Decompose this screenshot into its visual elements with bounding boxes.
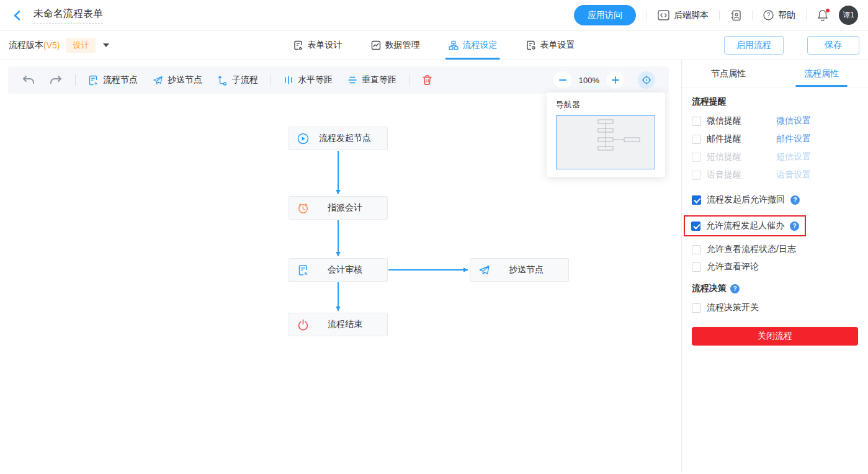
vertical-spacing-button[interactable]: 垂直等距: [347, 74, 396, 86]
decision-switch-checkbox[interactable]: [692, 303, 701, 313]
backend-script-button[interactable]: 后端脚本: [658, 10, 709, 21]
flow-canvas[interactable]: 流程节点 抄送节点 子流程 水平等距: [0, 60, 682, 473]
back-icon[interactable]: [10, 8, 25, 23]
option-label: 允许流程发起人催办: [706, 220, 784, 231]
flow-node-label: 流程节点: [103, 74, 138, 86]
avatar[interactable]: 谭1: [839, 6, 858, 25]
enable-flow-button[interactable]: 启用流程: [724, 36, 784, 55]
node-label: 指派会计: [309, 202, 381, 213]
reminder-label: 微信提醒: [707, 115, 776, 127]
tab-flow-settings[interactable]: 流程设定: [449, 31, 498, 60]
highlighted-option-box: 允许流程发起人催办 ?: [684, 215, 806, 236]
help-icon[interactable]: ?: [730, 284, 740, 293]
navigator-panel: 导航器: [547, 92, 665, 177]
flow-reminder-section-title: 流程提醒: [692, 96, 858, 107]
delete-trash-icon[interactable]: [422, 74, 432, 86]
undo-icon[interactable]: [22, 74, 35, 86]
navigator-minimap[interactable]: [556, 115, 655, 169]
vertical-spacing-icon: [347, 75, 357, 85]
zoom-in-button[interactable]: [607, 71, 624, 89]
node-label: 流程发起节点: [309, 133, 381, 144]
divider: [647, 11, 647, 20]
add-flow-node-button[interactable]: 流程节点: [88, 74, 138, 86]
tab-form-design[interactable]: 表单设计: [293, 31, 342, 60]
tab-form-settings[interactable]: 表单设置: [526, 31, 575, 60]
help-icon[interactable]: ?: [790, 221, 799, 231]
view-status-log-checkbox[interactable]: [692, 245, 701, 254]
reminder-row-sms: 短信提醒 短信设置: [692, 148, 858, 166]
option-allow-withdraw: 流程发起后允许撤回 ?: [692, 191, 858, 208]
tab-flow-properties[interactable]: 流程属性: [775, 60, 868, 87]
divider: [271, 74, 271, 86]
add-subflow-button[interactable]: 子流程: [217, 74, 258, 86]
help-icon[interactable]: ?: [790, 195, 800, 205]
node-flow-start[interactable]: 流程发起节点: [289, 127, 388, 150]
divider: [719, 11, 720, 20]
sidebar-tabs: 节点属性 流程属性: [682, 60, 868, 87]
close-flow-button[interactable]: 关闭流程: [692, 327, 858, 346]
properties-sidebar: 节点属性 流程属性 流程提醒 微信提醒 微信设置 邮件提醒 邮件设置 短信提醒 …: [682, 60, 868, 473]
option-allow-urge: 允许流程发起人催办 ?: [691, 219, 799, 233]
horizontal-spacing-button[interactable]: 水平等距: [284, 74, 333, 86]
email-reminder-checkbox[interactable]: [692, 135, 701, 144]
decision-title-text: 流程决策: [692, 283, 727, 294]
svg-text:?: ?: [767, 12, 771, 19]
allow-urge-checkbox[interactable]: [691, 221, 700, 231]
h-space-label: 水平等距: [298, 74, 333, 86]
tab-node-properties[interactable]: 节点属性: [682, 60, 775, 87]
tab-data-management[interactable]: 数据管理: [371, 31, 420, 60]
option-label: 允许查看流程状态/日志: [707, 244, 796, 255]
address-book-icon[interactable]: [730, 10, 741, 21]
view-comments-checkbox[interactable]: [692, 262, 701, 272]
node-cc[interactable]: 抄送节点: [470, 258, 569, 282]
save-button[interactable]: 保存: [807, 36, 859, 55]
option-decision-switch: 流程决策开关: [692, 299, 858, 316]
email-settings-link[interactable]: 邮件设置: [776, 133, 811, 145]
flow-toolbar: 流程节点 抄送节点 子流程 水平等距: [8, 66, 669, 94]
version-dropdown-caret-icon[interactable]: [103, 43, 109, 47]
node-assign-accountant[interactable]: 指派会计: [289, 196, 388, 220]
flow-version-label: 流程版本: [9, 40, 43, 51]
design-status-tag[interactable]: 设计: [66, 38, 96, 53]
reminder-label: 语音提醒: [707, 169, 776, 181]
data-chart-icon: [371, 40, 381, 50]
top-header: 未命名流程表单 应用访问 后端脚本 ? 帮助 谭1: [0, 0, 868, 31]
help-button[interactable]: ? 帮助: [763, 10, 795, 21]
divider: [752, 11, 753, 20]
sms-settings-link: 短信设置: [776, 151, 811, 163]
wechat-settings-link[interactable]: 微信设置: [776, 115, 811, 127]
tab-label: 数据管理: [385, 40, 420, 51]
cc-node-label: 抄送节点: [168, 74, 202, 86]
option-view-comments: 允许查看评论: [692, 258, 858, 275]
reminder-row-wechat: 微信提醒 微信设置: [692, 112, 858, 130]
reminder-row-email: 邮件提醒 邮件设置: [692, 130, 858, 148]
zoom-out-button[interactable]: [554, 71, 571, 89]
tab-label: 表单设置: [540, 40, 575, 51]
notification-bell-icon[interactable]: [817, 9, 828, 21]
horizontal-spacing-icon: [284, 75, 293, 85]
reminder-row-voice: 语音提醒 语音设置: [692, 166, 858, 184]
tab-label: 流程设定: [463, 40, 498, 51]
divider: [75, 74, 76, 86]
flow-icon: [449, 40, 459, 50]
subflow-label: 子流程: [232, 74, 258, 86]
option-label: 流程决策开关: [707, 302, 759, 313]
v-space-label: 垂直等距: [362, 74, 396, 86]
code-icon: [658, 10, 669, 20]
node-flow-end[interactable]: 流程结束: [289, 313, 388, 336]
flow-decision-section-title: 流程决策 ?: [692, 283, 858, 294]
notification-badge: [825, 8, 830, 13]
wechat-reminder-checkbox[interactable]: [692, 117, 701, 126]
tab-label: 表单设计: [308, 40, 342, 51]
main-tabs: 表单设计 数据管理 流程设定 表单设置: [293, 31, 575, 60]
allow-withdraw-checkbox[interactable]: [692, 195, 701, 205]
voice-settings-link: 语音设置: [776, 169, 811, 181]
subflow-icon: [217, 75, 228, 86]
node-accountant-review[interactable]: 会计审核: [289, 258, 388, 282]
locate-crosshair-icon[interactable]: [638, 71, 655, 89]
redo-icon[interactable]: [49, 74, 63, 86]
add-cc-node-button[interactable]: 抄送节点: [153, 74, 202, 86]
page-title[interactable]: 未命名流程表单: [34, 7, 103, 24]
reminder-label: 短信提醒: [707, 151, 776, 163]
app-access-button[interactable]: 应用访问: [574, 5, 636, 25]
